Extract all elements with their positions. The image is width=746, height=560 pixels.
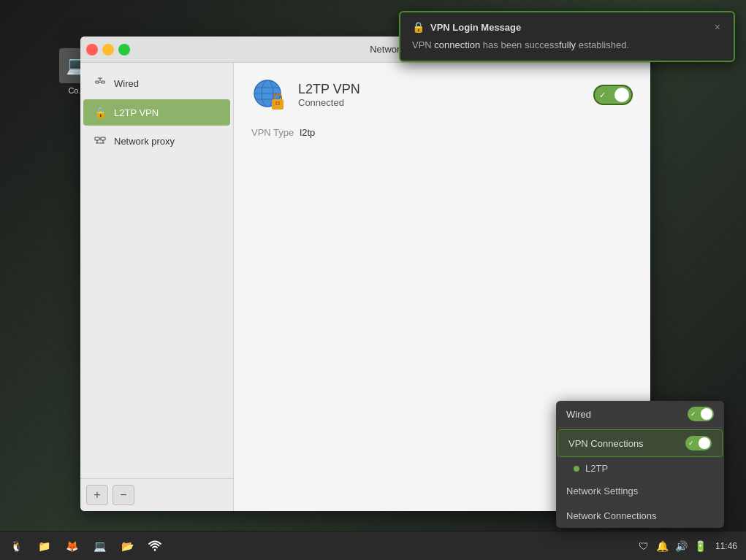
desktop: 💻 Co... Network bbox=[0, 0, 746, 560]
tray-item-wired[interactable]: Wired ✓ bbox=[556, 401, 724, 428]
window-close-button[interactable] bbox=[86, 44, 98, 55]
taskbar-app-wifi[interactable] bbox=[142, 534, 168, 559]
svg-rect-1 bbox=[102, 81, 104, 83]
tray-l2tp-dot bbox=[574, 466, 579, 472]
taskbar-app-folder[interactable]: 📂 bbox=[114, 534, 140, 559]
svg-rect-5 bbox=[95, 137, 99, 140]
svg-rect-6 bbox=[101, 137, 105, 140]
add-connection-button[interactable]: + bbox=[86, 485, 108, 505]
remove-connection-button[interactable]: − bbox=[113, 485, 134, 505]
notification-text-fully: fully bbox=[559, 39, 576, 50]
notification-header: 🔒 VPN Login Message × bbox=[412, 21, 722, 33]
tray-wired-toggle[interactable]: ✓ bbox=[688, 407, 714, 421]
notification-text-mid: has been success bbox=[480, 39, 559, 50]
taskbar-app-firefox[interactable]: 🦊 bbox=[58, 534, 85, 559]
sidebar-footer: + − bbox=[80, 478, 233, 511]
notification-text-post: established. bbox=[576, 39, 629, 50]
tray-item-network-connections[interactable]: Network Connections bbox=[556, 503, 724, 528]
taskbar-left: 🐧 📁 🦊 💻 📂 bbox=[0, 534, 168, 559]
taskbar-shield-icon[interactable]: 🛡 bbox=[636, 539, 651, 553]
taskbar-bell-icon[interactable]: 🔔 bbox=[655, 539, 670, 553]
sidebar-item-network-proxy[interactable]: Network proxy bbox=[83, 127, 230, 156]
notification-title: VPN Login Message bbox=[430, 22, 707, 33]
tray-vpn-connections-label: VPN Connections bbox=[568, 438, 685, 449]
vpn-header: L2TP VPN Connected ✓ bbox=[251, 77, 633, 112]
notification-lock-icon: 🔒 bbox=[412, 21, 425, 33]
taskbar-app-menu[interactable]: 🐧 bbox=[3, 534, 29, 559]
toggle-check-icon: ✓ bbox=[599, 91, 606, 100]
window-maximize-button[interactable] bbox=[118, 44, 130, 55]
sidebar-proxy-label: Network proxy bbox=[114, 136, 175, 147]
notification-body: VPN connection has been successfully est… bbox=[412, 39, 722, 52]
vpn-toggle-switch[interactable]: ✓ bbox=[593, 85, 633, 105]
tray-item-l2tp[interactable]: L2TP bbox=[556, 459, 724, 478]
svg-point-18 bbox=[277, 102, 279, 104]
vpn-globe-icon bbox=[251, 77, 286, 112]
vpn-notification: 🔒 VPN Login Message × VPN connection has… bbox=[399, 11, 735, 62]
tray-network-connections-label: Network Connections bbox=[566, 510, 657, 521]
vpn-type-row: VPN Type l2tp bbox=[251, 127, 633, 138]
vpn-type-value: l2tp bbox=[300, 127, 315, 138]
tray-network-settings-label: Network Settings bbox=[566, 486, 638, 496]
vpn-icon: 🔒 bbox=[94, 107, 107, 118]
taskbar-app-files[interactable]: 📁 bbox=[31, 534, 57, 559]
sidebar-item-l2tp-vpn[interactable]: 🔒 L2TP VPN bbox=[83, 99, 230, 126]
tray-wired-label: Wired bbox=[566, 409, 688, 420]
tray-l2tp-label: L2TP bbox=[585, 463, 608, 474]
notification-text-pre: VPN bbox=[412, 39, 434, 50]
tray-vpn-toggle-check: ✓ bbox=[688, 440, 694, 447]
window-controls bbox=[86, 44, 130, 55]
proxy-icon bbox=[94, 134, 107, 148]
vpn-status: Connected bbox=[298, 97, 582, 108]
tray-vpn-toggle[interactable]: ✓ bbox=[685, 436, 712, 450]
taskbar-volume-icon[interactable]: 🔊 bbox=[674, 539, 689, 553]
svg-rect-0 bbox=[96, 81, 99, 83]
taskbar-right: 🛡 🔔 🔊 🔋 11:46 bbox=[636, 539, 746, 553]
taskbar-time: 11:46 bbox=[712, 541, 740, 551]
notification-close-button[interactable]: × bbox=[713, 21, 722, 33]
sidebar: Wired 🔒 L2TP VPN bbox=[80, 63, 234, 511]
vpn-name: L2TP VPN bbox=[298, 82, 582, 97]
sidebar-l2tp-label: L2TP VPN bbox=[114, 107, 159, 118]
taskbar: 🐧 📁 🦊 💻 📂 🛡 🔔 🔊 🔋 11:46 bbox=[0, 531, 746, 560]
vpn-title-block: L2TP VPN Connected bbox=[298, 82, 582, 108]
window-minimize-button[interactable] bbox=[102, 44, 114, 55]
vpn-type-label: VPN Type bbox=[251, 127, 294, 138]
wired-icon bbox=[94, 77, 107, 91]
tray-popup: Wired ✓ VPN Connections ✓ L2TP Network S… bbox=[556, 401, 724, 528]
tray-wired-toggle-check: ✓ bbox=[690, 410, 696, 418]
sidebar-wired-label: Wired bbox=[114, 78, 139, 89]
taskbar-app-terminal[interactable]: 💻 bbox=[86, 534, 113, 559]
taskbar-battery-icon[interactable]: 🔋 bbox=[693, 539, 708, 553]
tray-item-vpn-connections[interactable]: VPN Connections ✓ bbox=[557, 429, 723, 457]
sidebar-item-wired[interactable]: Wired bbox=[83, 69, 230, 98]
tray-item-network-settings[interactable]: Network Settings bbox=[556, 478, 724, 503]
notification-text-connection: connection bbox=[434, 39, 480, 50]
